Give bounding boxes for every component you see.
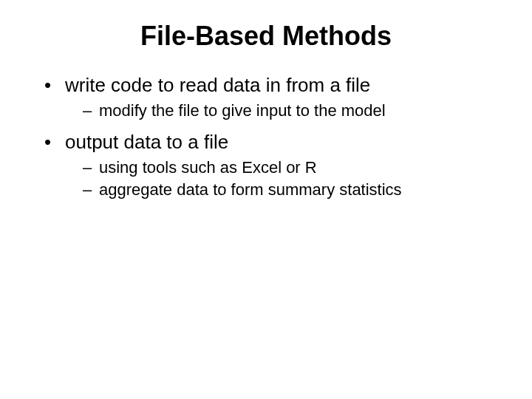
bullet-item: output data to a file (44, 131, 502, 154)
sub-item: aggregate data to form summary statistic… (83, 180, 502, 200)
bullet-list: write code to read data in from a file m… (30, 74, 502, 200)
bullet-item: write code to read data in from a file (44, 74, 502, 97)
sub-list: modify the file to give input to the mod… (44, 101, 502, 120)
sub-item: using tools such as Excel or R (83, 158, 502, 177)
slide-title: File-Based Methods (30, 21, 502, 52)
sub-item: modify the file to give input to the mod… (83, 101, 502, 120)
sub-list: using tools such as Excel or R aggregate… (44, 158, 502, 200)
